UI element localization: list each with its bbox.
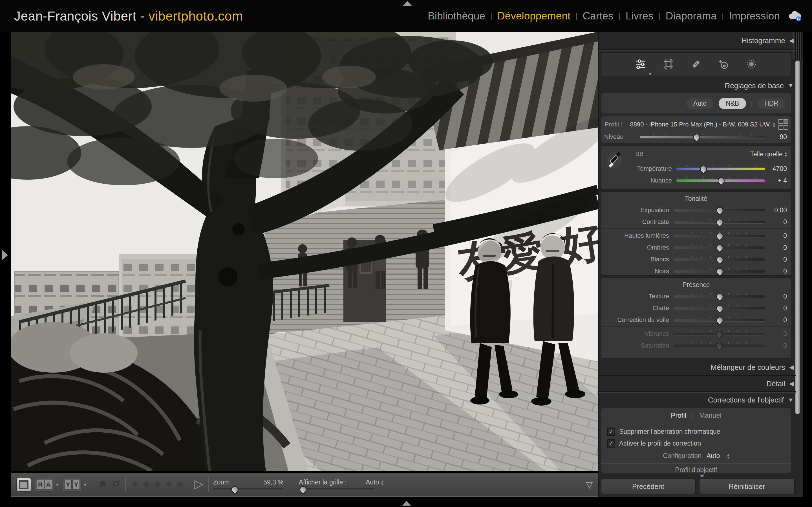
photo-image: 友愛 好盛護老院 xyxy=(11,32,598,471)
grid-slider-track[interactable] xyxy=(299,489,375,491)
top-bar: Jean-François Vibert - vibertphoto.com B… xyxy=(0,0,812,32)
configuration-value[interactable]: Auto xyxy=(707,452,720,460)
amount-label: Niveau xyxy=(604,133,640,140)
star-rating[interactable]: ★★★★★ xyxy=(130,478,187,490)
masking-icon[interactable] xyxy=(746,59,757,70)
cloud-sync-icon[interactable] xyxy=(787,10,802,22)
module-impression[interactable]: Impression xyxy=(728,10,781,22)
module-developpement[interactable]: Développement xyxy=(496,10,571,22)
remove-ca-label: Supprimer l'aberration chromatique xyxy=(619,428,720,436)
amount-slider-track[interactable] xyxy=(640,136,765,138)
module-livres[interactable]: Livres xyxy=(624,10,655,22)
dehaze-slider-track[interactable] xyxy=(673,319,765,321)
color-mixer-title: Mélangeur de couleurs xyxy=(711,363,785,372)
clarity-slider-track[interactable] xyxy=(673,307,765,309)
play-slideshow-icon[interactable]: ▷ xyxy=(194,477,203,491)
grid-slider-thumb[interactable] xyxy=(298,485,308,494)
collapse-top-panel-arrow[interactable] xyxy=(403,1,412,6)
lens-corrections-panel-header[interactable]: Corrections de l'objectif ▼ xyxy=(601,393,798,406)
remove-ca-checkbox[interactable]: ✓ xyxy=(607,428,615,436)
tab-separator: | xyxy=(692,411,694,419)
before-after-split-button[interactable]: Y Y xyxy=(63,478,82,492)
identity-plate: Jean-François Vibert - vibertphoto.com xyxy=(14,0,243,32)
expand-arrow-icon: ▼ xyxy=(788,397,794,403)
temperature-slider-row: Température 4700 xyxy=(601,163,791,175)
expand-filmstrip-arrow[interactable] xyxy=(402,501,411,506)
color-mixer-panel-header[interactable]: Mélangeur de couleurs ◀ xyxy=(601,361,798,374)
tint-slider-row: Nuance + 4 xyxy=(601,175,791,186)
panel-splitter-arrow[interactable] xyxy=(700,474,705,477)
histogram-panel-header[interactable]: Histogramme ◀ xyxy=(601,34,798,47)
survey-caret-icon[interactable]: ▾ xyxy=(84,482,86,488)
bw-button[interactable]: N&B xyxy=(718,98,746,109)
histogram-title: Histogramme xyxy=(742,36,785,45)
enable-profile-checkbox[interactable]: ✓ xyxy=(607,439,615,448)
module-separator: | xyxy=(659,11,661,20)
contrast-slider-track[interactable] xyxy=(673,221,765,223)
highlights-slider-track[interactable] xyxy=(673,235,765,237)
module-separator: | xyxy=(722,11,724,20)
button-separator: | xyxy=(751,100,753,107)
tint-value: + 4 xyxy=(765,177,787,184)
auto-button[interactable]: Auto xyxy=(686,98,714,109)
tint-slider-track[interactable] xyxy=(676,179,765,182)
whites-slider-track[interactable] xyxy=(673,258,765,261)
compare-caret-icon[interactable]: ▾ xyxy=(56,482,59,488)
profile-browser-icon[interactable] xyxy=(778,119,788,130)
tab-manuel[interactable]: Manuel xyxy=(699,411,721,419)
red-eye-icon[interactable] xyxy=(718,59,729,70)
shadows-slider-track[interactable] xyxy=(673,246,765,249)
wb-value[interactable]: Telle quelle xyxy=(750,151,782,158)
compare-letter: A xyxy=(45,480,52,490)
wb-eyedropper-icon[interactable] xyxy=(605,151,624,169)
edit-sliders-icon[interactable] xyxy=(635,59,647,70)
enable-profile-label: Activer le profil de correction xyxy=(619,440,701,447)
compare-letter: R xyxy=(37,480,44,490)
detail-panel-header[interactable]: Détail ◀ xyxy=(601,377,798,390)
healing-icon[interactable] xyxy=(691,59,702,70)
dehaze-slider-row: Correction du voile 0 xyxy=(601,314,791,326)
active-tool-indicator xyxy=(649,73,651,75)
photo-canvas[interactable]: 友愛 好盛護老院 xyxy=(11,32,598,471)
crop-icon[interactable] xyxy=(663,59,674,70)
expand-left-panel-arrow[interactable] xyxy=(2,250,8,260)
wb-updown-icon[interactable]: ▴▾ xyxy=(784,151,787,157)
grid-updown-icon[interactable]: ▴▾ xyxy=(381,480,384,486)
loupe-view-button[interactable] xyxy=(16,478,31,492)
vibrance-slider-track[interactable] xyxy=(673,333,765,335)
profile-box: Profil : 8890 - iPhone 15 Pro Max (Ph.) … xyxy=(601,116,792,144)
wb-label: BB : xyxy=(635,151,647,158)
exposure-slider-track[interactable] xyxy=(673,209,765,212)
before-after-button[interactable]: R A xyxy=(35,478,54,492)
exposure-slider-thumb[interactable] xyxy=(715,206,725,215)
lens-profile-label: Profil d'objectif xyxy=(601,464,791,475)
detail-title: Détail xyxy=(766,379,785,388)
tone-title: Tonalité xyxy=(601,193,791,204)
temperature-slider-track[interactable] xyxy=(676,168,765,170)
pick-flag-icon[interactable] xyxy=(99,480,108,490)
zoom-slider-thumb[interactable] xyxy=(230,485,240,494)
module-diaporama[interactable]: Diaporama xyxy=(665,10,718,22)
module-cartes[interactable]: Cartes xyxy=(581,10,615,22)
texture-slider-track[interactable] xyxy=(673,295,765,298)
grid-value[interactable]: Auto xyxy=(366,478,379,486)
amount-slider-row: Niveau 90 xyxy=(601,131,791,143)
configuration-updown-icon[interactable]: ▴▾ xyxy=(727,453,729,459)
module-bibliotheque[interactable]: Bibliothèque xyxy=(426,10,486,22)
whites-slider-row: Blancs 0 xyxy=(601,253,791,265)
saturation-slider-track[interactable] xyxy=(673,344,765,347)
hdr-button[interactable]: HDR xyxy=(757,98,786,109)
profile-updown-icon[interactable]: ▴▾ xyxy=(773,121,775,128)
zoom-slider-track[interactable] xyxy=(213,489,284,491)
presence-title: Présence xyxy=(601,279,791,290)
tab-profil[interactable]: Profil xyxy=(671,411,686,419)
reject-flag-icon[interactable] xyxy=(111,480,121,490)
basic-title: Réglages de base xyxy=(725,81,784,90)
profile-value[interactable]: 8890 - iPhone 15 Pro Max (Ph.) - B-W. 00… xyxy=(629,121,770,128)
previous-button[interactable]: Précédent xyxy=(601,478,696,494)
reset-button[interactable]: Réinitialiser xyxy=(699,478,795,494)
blacks-slider-track[interactable] xyxy=(673,270,765,273)
toolbar-options-caret[interactable]: ▽ xyxy=(586,480,593,490)
basic-panel-header[interactable]: Réglages de base ▼ xyxy=(601,79,798,92)
lens-corrections-title: Corrections de l'objectif xyxy=(708,396,784,404)
